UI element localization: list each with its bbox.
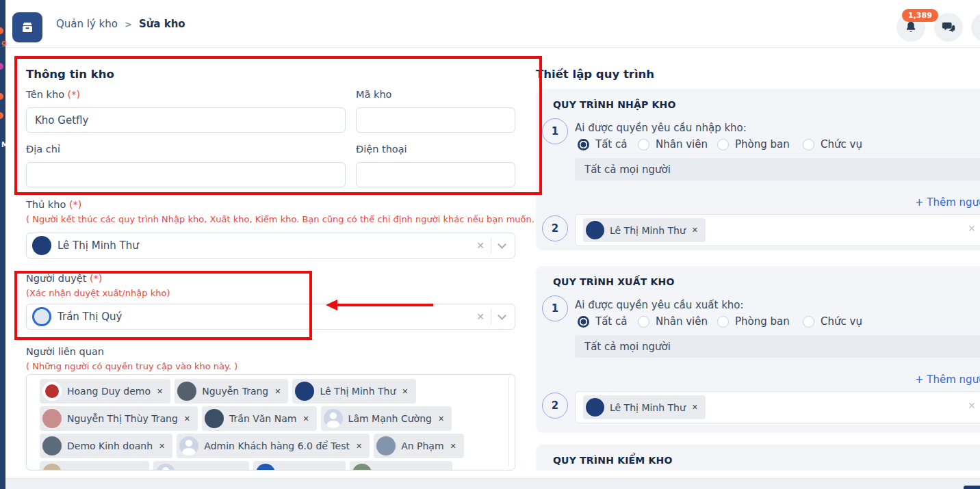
radio-option-phong-ban[interactable]: Phòng ban bbox=[717, 138, 790, 150]
avatar bbox=[177, 382, 196, 401]
messages-button[interactable] bbox=[934, 13, 963, 42]
clear-icon[interactable]: ✕ bbox=[476, 240, 485, 251]
chat-icon bbox=[941, 20, 956, 35]
radio-option-nhan-vien[interactable]: Nhân viên bbox=[638, 138, 708, 150]
radio-selected-icon[interactable] bbox=[578, 139, 589, 150]
avatar bbox=[205, 409, 224, 428]
sidebar-badge-fragment bbox=[0, 27, 3, 34]
chips-scrollbar[interactable] bbox=[508, 378, 509, 466]
remove-chip-icon[interactable]: ✕ bbox=[157, 387, 163, 396]
avatar bbox=[42, 382, 62, 401]
label-text: Thủ kho bbox=[26, 199, 66, 210]
clear-row-icon[interactable]: ✕ bbox=[968, 223, 976, 234]
breadcrumb-separator-icon: > bbox=[125, 19, 132, 29]
radio-icon[interactable] bbox=[803, 139, 814, 150]
radio-icon[interactable] bbox=[717, 139, 729, 150]
field-label-dien-thoai: Điện thoại bbox=[356, 144, 407, 155]
section-title-warehouse-info: Thông tin kho bbox=[26, 68, 114, 81]
process-card-heading: QUY TRÌNH NHẬP KHO bbox=[553, 99, 676, 110]
process-card-nhap-kho: QUY TRÌNH NHẬP KHO 1 Ai được quyền yêu c… bbox=[536, 89, 980, 250]
remove-chip-icon[interactable]: ✕ bbox=[692, 226, 698, 235]
dia-chi-input[interactable] bbox=[26, 162, 346, 187]
person-chip-partial bbox=[350, 461, 452, 471]
person-chip: Lê Thị Minh Thư ✕ bbox=[583, 218, 706, 242]
avatar-placeholder bbox=[179, 436, 198, 455]
radio-option-chuc-vu[interactable]: Chức vụ bbox=[803, 315, 862, 328]
avatar bbox=[256, 464, 275, 471]
breadcrumb-current: Sửa kho bbox=[139, 18, 185, 30]
clear-row-icon[interactable]: ✕ bbox=[968, 400, 976, 411]
avatar bbox=[376, 436, 396, 455]
radio-option-tat-ca[interactable]: Tất cả bbox=[578, 315, 627, 328]
radio-option-tat-ca[interactable]: Tất cả bbox=[578, 138, 627, 150]
select-divider bbox=[491, 309, 491, 324]
person-name: Trần Văn Nam bbox=[229, 413, 296, 424]
chevron-down-icon[interactable] bbox=[498, 311, 506, 320]
radio-selected-icon[interactable] bbox=[578, 316, 589, 328]
step-2-badge: 2 bbox=[542, 215, 568, 241]
nguoi-duyet-select[interactable]: Trần Thị Quý ✕ bbox=[26, 304, 515, 330]
collapsed-sidebar[interactable]: g M bbox=[0, 0, 5, 489]
remove-chip-icon[interactable]: ✕ bbox=[438, 414, 444, 423]
radio-icon[interactable] bbox=[638, 139, 649, 150]
person-name: An Phạm bbox=[401, 440, 443, 451]
select-divider bbox=[491, 238, 491, 253]
radio-label: Phòng ban bbox=[735, 138, 790, 150]
radio-option-nhan-vien[interactable]: Nhân viên bbox=[638, 315, 708, 328]
related-people-multiselect[interactable]: Hoang Duy demo ✕ Nguyễn Trang ✕ Lê Thị M… bbox=[26, 374, 515, 471]
person-name: Demo Kinh doanh bbox=[67, 440, 153, 451]
step-1-badge: 1 bbox=[542, 118, 568, 144]
profile-button-partial[interactable] bbox=[971, 13, 980, 42]
radio-icon[interactable] bbox=[638, 316, 649, 328]
process-question: Ai được quyền yêu cầu nhập kho: bbox=[575, 122, 747, 134]
process-card-heading: QUY TRÌNH XUẤT KHO bbox=[553, 276, 675, 287]
field-label-ten-kho: Tên kho (*) bbox=[26, 89, 80, 100]
field-label-nguoi-lien-quan: Người liên quan bbox=[26, 346, 104, 357]
chevron-down-icon[interactable] bbox=[498, 240, 506, 249]
ten-kho-input[interactable] bbox=[26, 107, 346, 133]
avatar-placeholder bbox=[156, 464, 175, 471]
breadcrumb: Quản lý kho > Sửa kho bbox=[56, 0, 185, 48]
sidebar-badge-fragment bbox=[0, 63, 3, 70]
person-chip: An Phạm ✕ bbox=[374, 434, 464, 458]
remove-chip-icon[interactable]: ✕ bbox=[692, 403, 698, 412]
clear-icon[interactable]: ✕ bbox=[476, 311, 485, 322]
approver-multiselect[interactable]: Lê Thị Minh Thư ✕ bbox=[575, 391, 980, 423]
floating-button-partial[interactable] bbox=[964, 486, 980, 489]
nguoi-duyet-selected-value: Trần Thị Quý bbox=[57, 310, 122, 323]
dien-thoai-input[interactable] bbox=[356, 162, 515, 187]
add-approver-link[interactable]: + Thêm người x bbox=[915, 196, 980, 209]
person-chip: Admin Khách hàng 6.0 để Test ✕ bbox=[177, 434, 370, 458]
remove-chip-icon[interactable]: ✕ bbox=[402, 387, 408, 396]
remove-chip-icon[interactable]: ✕ bbox=[274, 387, 281, 396]
radio-option-phong-ban[interactable]: Phòng ban bbox=[717, 315, 790, 328]
approver-multiselect[interactable]: Lê Thị Minh Thư ✕ bbox=[575, 214, 980, 246]
radio-label: Nhân viên bbox=[656, 315, 708, 328]
radio-option-chuc-vu[interactable]: Chức vụ bbox=[803, 138, 862, 150]
add-approver-link[interactable]: + Thêm người x bbox=[915, 373, 980, 386]
step-2-badge: 2 bbox=[542, 393, 568, 419]
person-chip: Trần Văn Nam ✕ bbox=[202, 406, 317, 431]
avatar bbox=[295, 382, 314, 401]
avatar bbox=[352, 464, 372, 471]
radio-icon[interactable] bbox=[803, 316, 814, 328]
person-chip: Lâm Mạnh Cường ✕ bbox=[321, 406, 452, 431]
remove-chip-icon[interactable]: ✕ bbox=[356, 442, 362, 451]
person-name: Hoang Duy demo bbox=[67, 386, 151, 397]
remove-chip-icon[interactable]: ✕ bbox=[302, 414, 309, 423]
avatar bbox=[42, 464, 62, 471]
label-text: Người duyệt bbox=[26, 273, 86, 284]
person-chip-partial bbox=[153, 461, 249, 471]
remove-chip-icon[interactable]: ✕ bbox=[184, 414, 190, 423]
thu-kho-select[interactable]: Lê Thị Minh Thư ✕ bbox=[26, 233, 515, 259]
breadcrumb-parent[interactable]: Quản lý kho bbox=[56, 18, 118, 30]
field-label-dia-chi: Địa chỉ bbox=[26, 144, 60, 155]
radio-icon[interactable] bbox=[717, 316, 729, 328]
remove-chip-icon[interactable]: ✕ bbox=[450, 442, 456, 451]
process-question: Ai được quyền yêu cầu xuất kho: bbox=[575, 299, 744, 311]
sidebar-text-fragment: M bbox=[1, 141, 8, 148]
remove-chip-icon[interactable]: ✕ bbox=[159, 442, 165, 451]
warehouse-module-button[interactable] bbox=[12, 12, 42, 42]
label-text: Tên kho bbox=[26, 89, 64, 100]
ma-kho-input[interactable] bbox=[356, 107, 515, 133]
